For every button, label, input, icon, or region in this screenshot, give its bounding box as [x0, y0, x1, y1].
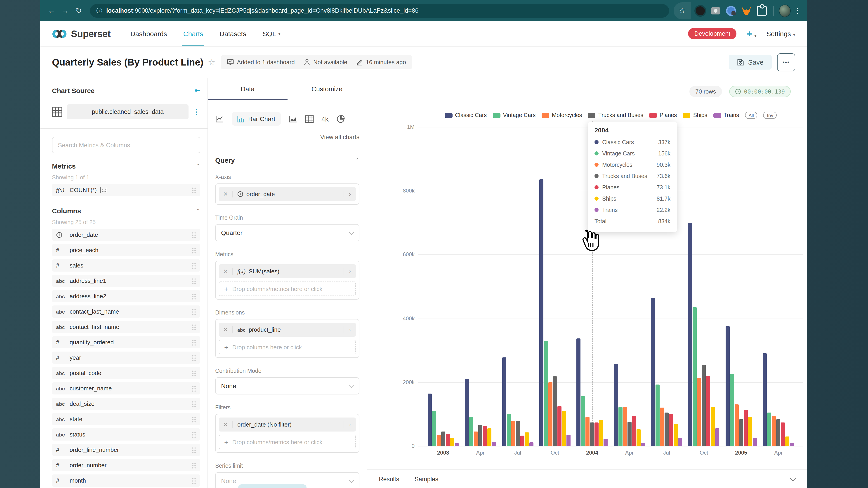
dashboards-meta[interactable]: Added to 1 dashboard	[227, 59, 295, 66]
column-item-deal_size[interactable]: abcdeal_size	[52, 398, 200, 410]
chevron-right-icon[interactable]: ›	[344, 326, 356, 333]
remove-icon[interactable]: ✕	[219, 421, 233, 428]
metric-value-pill[interactable]: ✕ f(x)SUM(sales) ›	[219, 264, 356, 278]
chevron-up-icon[interactable]: ⌃	[196, 163, 200, 169]
drag-handle-icon[interactable]	[192, 370, 196, 376]
bar-motorcycles-2003-Q2[interactable]	[474, 431, 478, 446]
bar-trains-2003-Q4[interactable]	[566, 435, 570, 446]
bar-trains-2004-Q3[interactable]	[678, 438, 682, 446]
bar-planes-2004-Q1[interactable]	[595, 423, 599, 446]
chevron-right-icon[interactable]: ›	[344, 421, 356, 428]
time-grain-select[interactable]: Quarter	[215, 224, 360, 241]
bar-vintage-cars-2005-Q2[interactable]	[767, 413, 772, 446]
tab-samples[interactable]: Samples	[414, 476, 438, 482]
bar-planes-2004-Q2[interactable]	[632, 416, 636, 446]
bar-classic-cars-2004-Q2[interactable]	[614, 364, 618, 446]
metrics-dropzone[interactable]: +Drop columns/metrics here or click	[219, 282, 356, 296]
bar-ships-2003-Q2[interactable]	[487, 428, 491, 446]
extension-camera-icon[interactable]	[710, 5, 721, 17]
view-all-charts-link[interactable]: View all charts	[215, 134, 360, 140]
drag-handle-icon[interactable]	[192, 400, 196, 407]
column-item-quantity_ordered[interactable]: #quantity_ordered	[52, 336, 200, 348]
bar-vintage-cars-2003-Q1[interactable]	[432, 411, 436, 446]
tab-results[interactable]: Results	[379, 476, 399, 482]
bar-motorcycles-2005-Q2[interactable]	[772, 416, 776, 446]
bar-planes-2005-Q2[interactable]	[781, 423, 785, 446]
column-item-order_date[interactable]: order_date	[52, 229, 200, 241]
bar-trucks-and-buses-2003-Q3[interactable]	[516, 421, 520, 446]
remove-icon[interactable]: ✕	[219, 191, 233, 197]
column-item-status[interactable]: abcstatus	[52, 428, 200, 441]
column-item-customer_name[interactable]: abccustomer_name	[52, 382, 200, 394]
save-button[interactable]: Save	[729, 55, 772, 70]
bar-classic-cars-2004-Q4[interactable]	[688, 223, 692, 446]
bar-vintage-cars-2004-Q4[interactable]	[693, 307, 697, 446]
extension-sunburst-icon[interactable]	[694, 5, 706, 17]
extensions-puzzle-icon[interactable]	[756, 5, 768, 17]
tab-customize[interactable]: Customize	[287, 78, 367, 100]
drag-handle-icon[interactable]	[192, 339, 196, 346]
chevron-down-icon[interactable]	[790, 475, 796, 481]
area-chart-icon[interactable]	[288, 115, 298, 123]
superset-logo-icon[interactable]: Superset	[52, 28, 111, 39]
bar-vintage-cars-2004-Q2[interactable]	[618, 407, 622, 446]
nav-item-charts[interactable]: Charts	[175, 21, 211, 46]
column-item-state[interactable]: abcstate	[52, 413, 200, 425]
bar-planes-2004-Q3[interactable]	[669, 414, 673, 446]
forward-icon[interactable]: →	[58, 6, 72, 15]
column-item-sales[interactable]: #sales	[52, 259, 200, 271]
metric-item[interactable]: f(x) COUNT(*)	[52, 184, 200, 196]
filter-value-pill[interactable]: ✕ order_date (No filter) ›	[219, 418, 356, 431]
favorite-star-icon[interactable]: ☆	[208, 57, 215, 67]
nav-item-dashboards[interactable]: Dashboards	[122, 21, 175, 46]
bar-trains-2004-Q2[interactable]	[641, 443, 645, 446]
bar-classic-cars-2004-Q1[interactable]	[577, 338, 581, 446]
address-bar[interactable]: ⓘ localhost:9000/explore/?form_data_key=…	[90, 4, 669, 18]
column-item-postal_code[interactable]: abcpostal_code	[52, 367, 200, 379]
bar-ships-2005-Q2[interactable]	[785, 436, 789, 446]
drag-handle-icon[interactable]	[192, 232, 196, 238]
pie-chart-icon[interactable]	[336, 115, 345, 123]
bar-trucks-and-buses-2004-Q1[interactable]	[590, 422, 594, 446]
bar-motorcycles-2004-Q1[interactable]	[586, 417, 590, 446]
filters-dropzone[interactable]: +Drop columns/metrics here or click	[219, 435, 356, 449]
big-number-icon[interactable]: 4k	[321, 115, 329, 123]
bar-classic-cars-2005-Q1[interactable]	[725, 326, 730, 446]
column-item-year[interactable]: #year	[52, 352, 200, 364]
nav-item-datasets[interactable]: Datasets	[211, 21, 254, 46]
extension-metamask-icon[interactable]	[741, 5, 752, 17]
bar-trains-2005-Q2[interactable]	[790, 443, 794, 446]
bar-ships-2003-Q3[interactable]	[525, 432, 529, 446]
column-item-price_each[interactable]: #price_each	[52, 244, 200, 256]
bar-chart-type-chip[interactable]: Bar Chart	[232, 112, 281, 126]
bar-planes-2004-Q4[interactable]	[706, 376, 710, 446]
site-info-icon[interactable]: ⓘ	[96, 6, 102, 15]
bar-ships-2005-Q1[interactable]	[748, 417, 752, 446]
bar-trains-2004-Q1[interactable]	[604, 439, 608, 446]
column-item-order_line_number[interactable]: #order_line_number	[52, 444, 200, 456]
drag-handle-icon[interactable]	[192, 247, 196, 253]
bar-trucks-and-buses-2003-Q1[interactable]	[441, 431, 445, 446]
contribution-select[interactable]: None	[215, 377, 360, 394]
bar-vintage-cars-2003-Q4[interactable]	[544, 341, 548, 446]
bar-planes-2003-Q4[interactable]	[557, 406, 561, 446]
table-icon[interactable]	[305, 115, 314, 123]
bar-planes-2005-Q1[interactable]	[744, 410, 748, 446]
extension-password-icon[interactable]	[725, 5, 737, 17]
bar-classic-cars-2005-Q2[interactable]	[763, 354, 767, 446]
bar-vintage-cars-2004-Q3[interactable]	[655, 385, 659, 446]
new-item-button[interactable]: +▾	[747, 28, 756, 39]
bar-motorcycles-2003-Q1[interactable]	[436, 435, 440, 446]
more-actions-button[interactable]: •••	[777, 53, 795, 71]
bar-trucks-and-buses-2004-Q3[interactable]	[664, 413, 669, 446]
bar-motorcycles-2004-Q3[interactable]	[660, 408, 664, 446]
column-item-address_line1[interactable]: abcaddress_line1	[52, 275, 200, 287]
bookmark-star-icon[interactable]: ☆	[679, 6, 686, 15]
drag-handle-icon[interactable]	[192, 355, 196, 361]
bar-classic-cars-2003-Q4[interactable]	[539, 180, 544, 446]
reload-icon[interactable]: ↻	[72, 6, 86, 15]
bar-vintage-cars-2003-Q2[interactable]	[469, 417, 473, 446]
dimension-value-pill[interactable]: ✕ abcproduct_line ›	[219, 323, 356, 337]
bar-trains-2003-Q2[interactable]	[492, 442, 496, 446]
drag-handle-icon[interactable]	[192, 278, 196, 284]
